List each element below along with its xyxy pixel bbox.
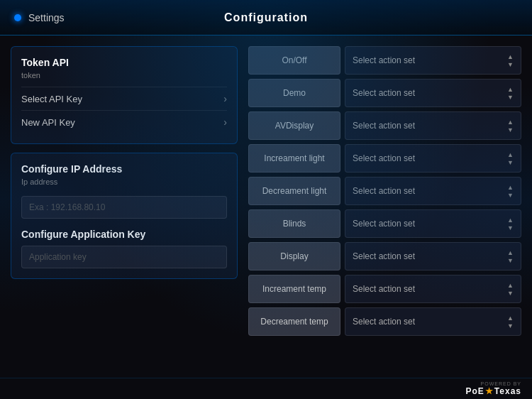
select-api-key-label: Select API Key — [21, 94, 82, 104]
header-dot — [14, 14, 21, 21]
select-arrows-icon-1: ▲▼ — [507, 86, 514, 101]
right-panel: On/OffSelect action set▲▼DemoSelect acti… — [248, 46, 521, 367]
action-select-7[interactable]: Select action set▲▼ — [345, 275, 521, 303]
token-api-card: Token API token Select API Key › New API… — [11, 46, 238, 144]
select-api-key-item[interactable]: Select API Key › — [21, 87, 227, 110]
brand-container: POWERED BY PoE ★ Texas — [466, 381, 521, 396]
action-label-1: Demo — [248, 79, 340, 107]
brand-star-icon: ★ — [485, 386, 494, 396]
action-label-7: Increament temp — [248, 275, 340, 303]
action-select-text-3: Select action set — [353, 153, 415, 163]
main-content: Token API token Select API Key › New API… — [0, 35, 532, 378]
powered-by-text: POWERED BY — [481, 381, 521, 386]
action-label-5: Blinds — [248, 209, 340, 238]
select-arrows-icon-5: ▲▼ — [507, 217, 514, 231]
action-select-2[interactable]: Select action set▲▼ — [345, 111, 521, 140]
chevron-right-icon: › — [223, 93, 227, 104]
ip-address-input[interactable] — [21, 196, 227, 219]
action-label-6: Display — [248, 242, 340, 270]
action-select-3[interactable]: Select action set▲▼ — [345, 144, 521, 173]
action-row: DisplaySelect action set▲▼ — [248, 242, 521, 270]
action-row: Decreament tempSelect action set▲▼ — [248, 307, 521, 336]
action-label-4: Decreament light — [248, 177, 340, 205]
app-key-label: Configure Application Key — [21, 229, 227, 240]
left-panel: Token API token Select API Key › New API… — [11, 46, 238, 367]
action-select-text-1: Select action set — [353, 88, 415, 98]
action-select-text-6: Select action set — [353, 251, 415, 261]
token-api-title: Token API — [21, 57, 227, 68]
action-row: Decreament lightSelect action set▲▼ — [248, 177, 521, 205]
ip-address-subtitle: Ip address — [21, 177, 227, 186]
app-key-input[interactable] — [21, 246, 227, 268]
footer: POWERED BY PoE ★ Texas — [0, 378, 532, 399]
brand-name: PoE ★ Texas — [466, 386, 521, 396]
action-label-0: On/Off — [248, 46, 340, 75]
action-select-1[interactable]: Select action set▲▼ — [345, 79, 521, 107]
action-row: On/OffSelect action set▲▼ — [248, 46, 521, 75]
action-select-0[interactable]: Select action set▲▼ — [345, 46, 521, 75]
token-api-subtitle: token — [21, 71, 227, 80]
action-row: Increament lightSelect action set▲▼ — [248, 144, 521, 173]
action-row: AVDisplaySelect action set▲▼ — [248, 111, 521, 140]
page-title: Configuration — [224, 11, 308, 24]
brand-post: Texas — [494, 386, 521, 396]
action-select-text-8: Select action set — [353, 317, 415, 327]
action-row: BlindsSelect action set▲▼ — [248, 209, 521, 238]
action-label-8: Decreament temp — [248, 307, 340, 336]
action-label-2: AVDisplay — [248, 111, 340, 140]
new-api-key-label: New API Key — [21, 117, 75, 128]
action-select-text-5: Select action set — [353, 219, 415, 229]
action-select-text-4: Select action set — [353, 186, 415, 196]
action-select-text-7: Select action set — [353, 284, 415, 294]
action-select-5[interactable]: Select action set▲▼ — [345, 209, 521, 238]
select-arrows-icon-3: ▲▼ — [507, 151, 514, 166]
select-arrows-icon-7: ▲▼ — [507, 282, 514, 297]
select-arrows-icon-0: ▲▼ — [507, 53, 514, 68]
action-row: DemoSelect action set▲▼ — [248, 79, 521, 107]
select-arrows-icon-6: ▲▼ — [507, 249, 514, 264]
action-label-3: Increament light — [248, 144, 340, 173]
ip-address-card: Configure IP Address Ip address Configur… — [11, 153, 238, 279]
select-arrows-icon-4: ▲▼ — [507, 184, 514, 199]
chevron-right-icon-2: › — [223, 116, 227, 128]
new-api-key-item[interactable]: New API Key › — [21, 110, 227, 133]
ip-address-title: Configure IP Address — [21, 163, 227, 175]
action-select-text-2: Select action set — [353, 121, 415, 131]
action-select-text-0: Select action set — [353, 55, 415, 65]
action-row: Increament tempSelect action set▲▼ — [248, 275, 521, 303]
header: Settings Configuration — [0, 0, 532, 35]
select-arrows-icon-2: ▲▼ — [507, 119, 514, 133]
brand-pre: PoE — [466, 386, 484, 396]
header-settings-label: Settings — [28, 12, 65, 23]
action-select-6[interactable]: Select action set▲▼ — [345, 242, 521, 270]
action-select-8[interactable]: Select action set▲▼ — [345, 307, 521, 336]
select-arrows-icon-8: ▲▼ — [507, 315, 514, 329]
action-select-4[interactable]: Select action set▲▼ — [345, 177, 521, 205]
